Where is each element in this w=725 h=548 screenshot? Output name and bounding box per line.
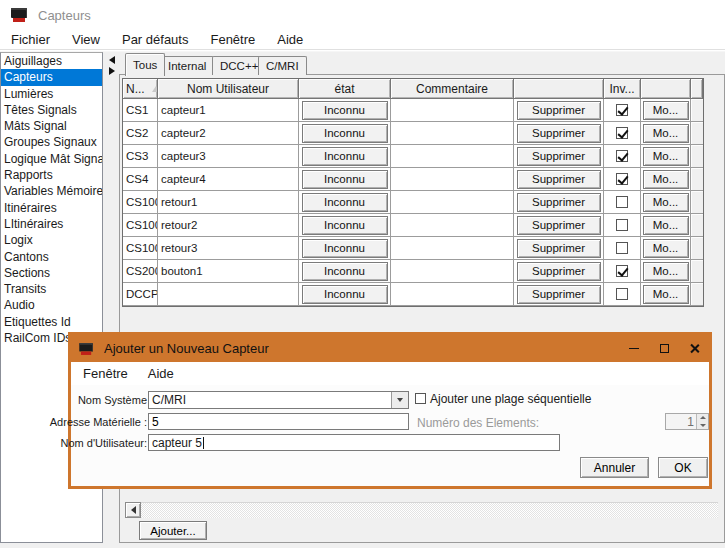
system-name-cell[interactable]: CS1003 (123, 237, 158, 260)
sidebar-item-tetes-signals[interactable]: Têtes Signals (1, 102, 102, 118)
menu-view[interactable]: View (61, 30, 111, 49)
tab-internal[interactable]: Internal (160, 56, 214, 75)
state-button[interactable]: Inconnu (302, 101, 388, 120)
comment-cell[interactable] (391, 145, 514, 168)
state-button[interactable]: Inconnu (302, 239, 388, 258)
state-button[interactable]: Inconnu (302, 285, 388, 304)
user-name-cell[interactable] (158, 283, 299, 306)
system-name-cell[interactable]: CS2001 (123, 260, 158, 283)
state-button[interactable]: Inconnu (302, 262, 388, 281)
inverted-checkbox[interactable] (616, 127, 628, 139)
state-button[interactable]: Inconnu (302, 216, 388, 235)
delete-button[interactable]: Supprimer (517, 101, 601, 120)
col-header-delete[interactable] (514, 79, 604, 99)
system-name-cell[interactable]: CS1 (123, 99, 158, 122)
comment-cell[interactable] (391, 191, 514, 214)
sidebar-item-variables-memoires[interactable]: Variables Mémoires (1, 183, 102, 199)
sidebar-item-transits[interactable]: Transits (1, 281, 102, 297)
inverted-checkbox[interactable] (616, 173, 628, 185)
edit-button[interactable]: Mo... (643, 193, 689, 212)
inverted-checkbox[interactable] (616, 265, 628, 277)
spinner-up-icon[interactable] (697, 414, 708, 422)
user-name-cell[interactable]: retour1 (158, 191, 299, 214)
menu-par-defauts[interactable]: Par défauts (111, 30, 200, 49)
dialog-menu-aide[interactable]: Aide (138, 364, 184, 383)
spinner-down-icon[interactable] (697, 422, 708, 430)
sidebar-item-lumieres[interactable]: Lumières (1, 86, 102, 102)
sidebar-item-aiguillages[interactable]: Aiguillages (1, 53, 102, 69)
tab-cmri[interactable]: C/MRI (258, 56, 307, 75)
system-name-cell[interactable]: DCCP... (123, 283, 158, 306)
system-name-cell[interactable]: CS2 (123, 122, 158, 145)
comment-cell[interactable] (391, 99, 514, 122)
user-name-cell[interactable]: capteur3 (158, 145, 299, 168)
menu-aide[interactable]: Aide (266, 30, 314, 49)
inverted-checkbox[interactable] (616, 150, 628, 162)
add-sensor-button[interactable]: Ajouter... (139, 521, 207, 540)
user-name-cell[interactable]: bouton1 (158, 260, 299, 283)
system-name-cell[interactable]: CS3 (123, 145, 158, 168)
sidebar-item-mats-signal[interactable]: Mâts Signal (1, 118, 102, 134)
delete-button[interactable]: Supprimer (517, 124, 601, 143)
dialog-close-button[interactable] (679, 335, 709, 362)
ok-button[interactable]: OK (658, 457, 708, 478)
collapse-left-icon[interactable] (109, 56, 115, 64)
sidebar-item-capteurs[interactable]: Capteurs (1, 69, 102, 85)
comment-cell[interactable] (391, 168, 514, 191)
tab-tous[interactable]: Tous (125, 53, 165, 76)
system-connection-combobox[interactable]: C/MRI (148, 391, 409, 409)
sequential-range-checkbox[interactable] (415, 393, 426, 404)
system-name-cell[interactable]: CS1001 (123, 191, 158, 214)
combobox-dropdown-button[interactable] (391, 392, 408, 408)
state-button[interactable]: Inconnu (302, 124, 388, 143)
delete-button[interactable]: Supprimer (517, 193, 601, 212)
sidebar-item-groupes-signaux[interactable]: Groupes Signaux (1, 134, 102, 150)
horizontal-scrollbar[interactable] (125, 502, 718, 518)
comment-cell[interactable] (391, 260, 514, 283)
edit-button[interactable]: Mo... (643, 285, 689, 304)
sidebar-item-logix[interactable]: Logix (1, 232, 102, 248)
user-name-input[interactable]: capteur 5 (148, 434, 560, 451)
state-button[interactable]: Inconnu (302, 147, 388, 166)
hardware-address-input[interactable] (148, 413, 409, 430)
delete-button[interactable]: Supprimer (517, 285, 601, 304)
dialog-maximize-button[interactable] (649, 335, 679, 362)
col-header-edit[interactable] (641, 79, 691, 99)
user-name-cell[interactable]: retour3 (158, 237, 299, 260)
state-button[interactable]: Inconnu (302, 193, 388, 212)
edit-button[interactable]: Mo... (643, 147, 689, 166)
state-button[interactable]: Inconnu (302, 170, 388, 189)
inverted-checkbox[interactable] (616, 196, 628, 208)
col-header-state[interactable]: état (299, 79, 391, 99)
comment-cell[interactable] (391, 122, 514, 145)
user-name-cell[interactable]: capteur4 (158, 168, 299, 191)
edit-button[interactable]: Mo... (643, 170, 689, 189)
sidebar-item-litineraires[interactable]: LItinéraires (1, 216, 102, 232)
scroll-left-button[interactable] (125, 502, 141, 518)
user-name-cell[interactable]: capteur2 (158, 122, 299, 145)
dialog-titlebar[interactable]: Ajouter un Nouveau Capteur (71, 335, 709, 362)
user-name-cell[interactable]: capteur1 (158, 99, 299, 122)
inverted-checkbox[interactable] (616, 104, 628, 116)
inverted-checkbox[interactable] (616, 288, 628, 300)
inverted-checkbox[interactable] (616, 219, 628, 231)
system-name-cell[interactable]: CS1002 (123, 214, 158, 237)
edit-button[interactable]: Mo... (643, 124, 689, 143)
delete-button[interactable]: Supprimer (517, 147, 601, 166)
sidebar-item-audio[interactable]: Audio (1, 297, 102, 313)
menu-fenetre[interactable]: Fenêtre (199, 30, 266, 49)
system-name-cell[interactable]: CS4 (123, 168, 158, 191)
comment-cell[interactable] (391, 283, 514, 306)
dialog-minimize-button[interactable] (619, 335, 649, 362)
edit-button[interactable]: Mo... (643, 216, 689, 235)
sidebar-item-logique-mat-signal[interactable]: Logique Mât Signal (1, 151, 102, 167)
edit-button[interactable]: Mo... (643, 101, 689, 120)
delete-button[interactable]: Supprimer (517, 216, 601, 235)
user-name-cell[interactable]: retour2 (158, 214, 299, 237)
delete-button[interactable]: Supprimer (517, 262, 601, 281)
sidebar-item-cantons[interactable]: Cantons (1, 249, 102, 265)
delete-button[interactable]: Supprimer (517, 239, 601, 258)
col-header-comment[interactable]: Commentaire (391, 79, 514, 99)
scrollbar-track[interactable] (141, 502, 718, 518)
dialog-menu-fenetre[interactable]: Fenêtre (71, 364, 138, 383)
